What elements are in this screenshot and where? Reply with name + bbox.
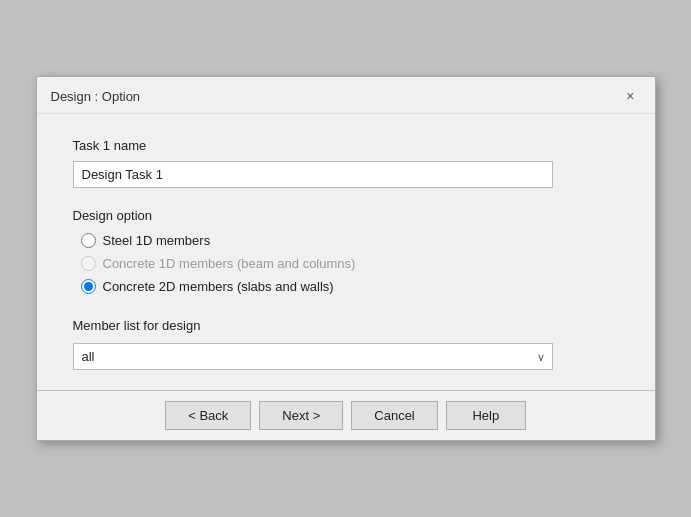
- design-option-radio-group: Steel 1D members Concrete 1D members (be…: [73, 233, 619, 294]
- back-button[interactable]: < Back: [165, 401, 251, 430]
- design-option-label: Design option: [73, 208, 619, 223]
- radio-steel-1d-input[interactable]: [81, 233, 96, 248]
- dialog-title: Design : Option: [51, 89, 141, 104]
- task-name-input[interactable]: [73, 161, 553, 188]
- dialog-body: Task 1 name Design option Steel 1D membe…: [37, 114, 655, 390]
- cancel-button[interactable]: Cancel: [351, 401, 437, 430]
- radio-concrete-2d[interactable]: Concrete 2D members (slabs and walls): [81, 279, 619, 294]
- member-list-dropdown-wrapper: all ∨: [73, 343, 553, 370]
- radio-concrete-1d-label: Concrete 1D members (beam and columns): [103, 256, 356, 271]
- radio-concrete-2d-input[interactable]: [81, 279, 96, 294]
- next-button[interactable]: Next >: [259, 401, 343, 430]
- title-bar: Design : Option ×: [37, 77, 655, 114]
- radio-concrete-1d-input: [81, 256, 96, 271]
- design-option-dialog: Design : Option × Task 1 name Design opt…: [36, 76, 656, 441]
- radio-steel-1d[interactable]: Steel 1D members: [81, 233, 619, 248]
- task-name-label: Task 1 name: [73, 138, 619, 153]
- close-button[interactable]: ×: [620, 87, 640, 105]
- dialog-footer: < Back Next > Cancel Help: [37, 390, 655, 440]
- design-option-section: Design option Steel 1D members Concrete …: [73, 208, 619, 294]
- member-list-dropdown[interactable]: all: [73, 343, 553, 370]
- radio-concrete-2d-label: Concrete 2D members (slabs and walls): [103, 279, 334, 294]
- member-list-label: Member list for design: [73, 318, 619, 333]
- task-name-section: Task 1 name: [73, 138, 619, 188]
- help-button[interactable]: Help: [446, 401, 526, 430]
- radio-steel-1d-label: Steel 1D members: [103, 233, 211, 248]
- radio-concrete-1d[interactable]: Concrete 1D members (beam and columns): [81, 256, 619, 271]
- member-list-section: Member list for design all ∨: [73, 318, 619, 370]
